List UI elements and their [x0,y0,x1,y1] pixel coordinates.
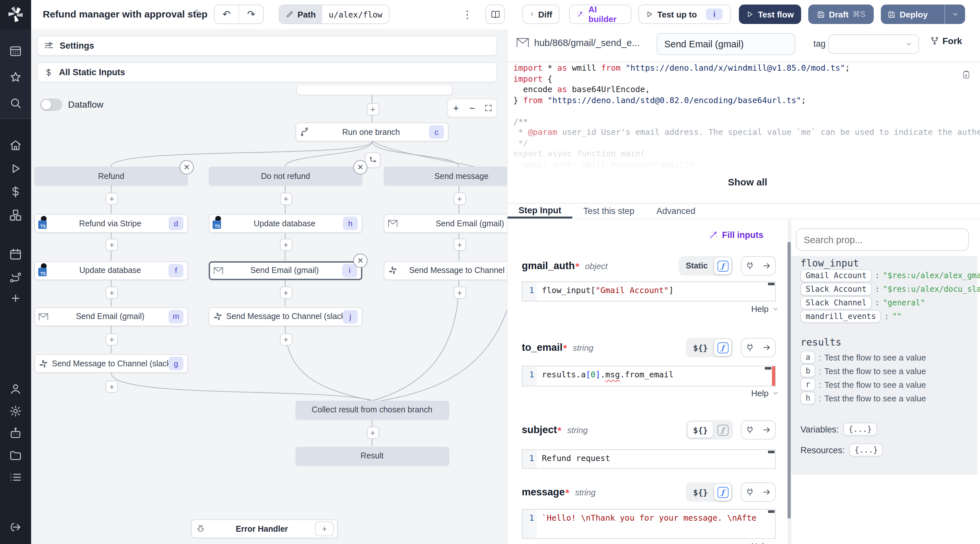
flow-canvas[interactable]: Settings All Static Inputs Dataflow + − … [31,29,507,544]
undo-button[interactable]: ↶ [215,5,239,23]
flow-node-send-email-selected[interactable]: Send Email (gmail) i [209,261,362,280]
ai-builder-button[interactable]: AI builder [569,5,631,24]
sidebar-item-audit-logs[interactable] [9,471,22,484]
add-step-button[interactable]: + [366,427,379,439]
edit-title-icon[interactable]: ✎ [194,8,201,17]
plug-icon[interactable] [741,257,758,275]
tab-test-this-step[interactable]: Test this step [572,204,646,219]
flow-node-collect-result[interactable]: Collect result from chosen branch [295,400,449,419]
sidebar-item-apps[interactable] [9,45,22,58]
plug-icon[interactable] [741,421,758,439]
redo-button[interactable]: ↷ [239,5,263,23]
prop-key[interactable]: mandrill_events [800,310,881,323]
result-key[interactable]: b [800,364,815,377]
sidebar-item-favorites[interactable] [9,71,22,84]
search-prop-input[interactable] [796,228,969,251]
resources-pill[interactable]: {...} [850,443,883,456]
remove-branch-do-not-refund-button[interactable]: ✕ [353,160,368,174]
show-all-button[interactable]: Show all [728,176,767,187]
branch-header-refund[interactable]: Refund [34,167,188,185]
template-mode-option[interactable]: ${} [688,422,713,438]
arrow-right-icon[interactable] [758,338,775,357]
hub-script-path[interactable]: hub/868/gmail/_send_e... [534,38,640,48]
add-step-button[interactable]: + [106,333,118,346]
fill-inputs-button[interactable]: Fill inputs [708,230,764,240]
javascript-mode-option[interactable]: ƒ [714,339,731,356]
docs-button[interactable] [485,5,505,24]
draft-button[interactable]: Draft⌘S [808,5,874,24]
sidebar-item-schedules[interactable] [9,248,22,261]
tab-advanced[interactable]: Advanced [646,204,706,219]
gmail-auth-editor[interactable]: 1 flow_input["Gmail Account"] [522,281,776,302]
add-step-button[interactable]: + [453,238,466,250]
result-key[interactable]: a [800,351,815,364]
add-step-button[interactable]: + [453,193,466,205]
to-email-editor[interactable]: 1 results.a[0].msg.from_email [522,366,776,386]
branch-header-do-not-refund[interactable]: Do not refund [209,167,362,185]
sidebar-item-search[interactable] [9,97,22,110]
branch-header-send-message[interactable]: Send message [384,167,507,185]
static-mode-option[interactable]: Static [681,261,713,270]
javascript-mode-option[interactable]: ƒ [714,484,731,501]
flow-node-send-email-m[interactable]: Send Email (gmail) m [34,307,188,326]
tag-select[interactable] [828,34,919,54]
flow-node-send-message-right[interactable]: Send Message to Channel (slack) [384,261,507,280]
add-step-button[interactable]: + [280,193,292,205]
prop-key[interactable]: Slack Channel [800,296,872,309]
add-error-handler-button[interactable]: + [315,521,334,536]
result-key[interactable]: h [800,392,815,405]
flow-node-update-database-f[interactable]: TS Update database f [34,261,188,280]
arrow-right-icon[interactable] [758,421,775,439]
sidebar-item-account[interactable] [9,383,22,396]
scrollbar-thumb[interactable] [788,242,791,519]
fork-button[interactable]: Fork [930,36,962,46]
arrow-right-icon[interactable] [758,257,775,275]
plug-icon[interactable] [741,483,758,501]
template-mode-option[interactable]: ${} [688,487,713,497]
test-flow-button[interactable]: Test flow [739,5,801,24]
arrow-right-icon[interactable] [758,483,775,501]
help-toggle[interactable]: Help [751,541,779,544]
deploy-dropdown-button[interactable] [944,5,965,24]
test-up-to-button[interactable]: Test up to i [638,5,731,24]
flow-node-update-database-h[interactable]: TS Update database h [209,214,362,233]
sidebar-item-triggers[interactable] [9,271,22,284]
javascript-mode-option[interactable]: ƒ [714,421,731,438]
diff-button[interactable]: Diff [522,5,559,24]
sidebar-item-runs[interactable] [9,162,22,175]
flow-settings-card[interactable]: Settings [37,36,497,56]
javascript-mode-option[interactable]: ƒ [714,257,731,274]
all-static-inputs-card[interactable]: All Static Inputs [37,62,497,82]
help-toggle[interactable]: Help [751,304,779,314]
add-step-button[interactable]: + [453,287,466,299]
error-handler-node[interactable]: Error Handler + [191,519,338,538]
sidebar-collapse-icon[interactable] [9,521,22,534]
result-key[interactable]: r [800,378,815,391]
path-button[interactable]: Path [279,5,322,23]
sidebar-item-add[interactable] [9,292,22,305]
path-value[interactable]: u/alex/flow [322,5,389,23]
add-step-button[interactable]: + [106,193,118,205]
sidebar-item-folders[interactable] [9,449,22,462]
flow-node-send-email-top[interactable]: Send Email (gmail) [384,214,507,233]
tab-step-input[interactable]: Step Input [508,204,572,219]
plug-icon[interactable] [741,338,758,357]
sidebar-item-workers[interactable] [9,427,22,440]
flow-node-refund-via-stripe[interactable]: TS Refund via Stripe d [34,214,188,233]
message-editor[interactable]: 1 `Hello! \nThank you for your message. … [522,509,776,539]
flow-node-send-message-g[interactable]: Send Message to Channel (slack) g [34,354,188,373]
flow-node-clipped-top[interactable] [296,86,452,95]
prop-key[interactable]: Gmail Account [800,269,872,282]
flow-node-send-message-j[interactable]: Send Message to Channel (slack) j [209,307,362,326]
dataflow-toggle[interactable] [40,99,62,111]
delete-step-button[interactable]: ✕ [353,254,368,268]
windmill-logo-icon[interactable] [6,5,25,23]
sidebar-item-settings[interactable] [9,405,22,418]
zoom-in-button[interactable]: + [448,99,464,117]
variables-pill[interactable]: {...} [843,423,877,436]
sidebar-item-home[interactable] [9,139,22,152]
scrollbar-track[interactable] [787,219,791,544]
step-name-input[interactable] [657,33,795,55]
zoom-out-button[interactable]: − [464,99,480,117]
remove-branch-refund-button[interactable]: ✕ [180,160,194,174]
